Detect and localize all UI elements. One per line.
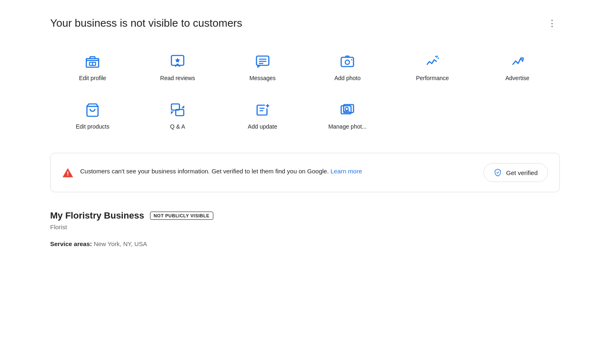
svg-rect-8 <box>341 58 354 67</box>
visibility-badge: NOT PUBLICLY VISIBLE <box>150 212 213 220</box>
page-title: Your business is not visible to customer… <box>50 16 242 30</box>
edit-products-button[interactable]: Edit products <box>50 94 135 138</box>
svg-point-9 <box>345 60 350 65</box>
performance-label: Performance <box>416 75 449 81</box>
learn-more-link[interactable]: Learn more <box>330 168 362 175</box>
manage-photos-button[interactable]: Manage phot... <box>305 94 390 138</box>
performance-button[interactable]: Performance <box>390 45 475 90</box>
add-update-label: Add update <box>248 123 277 130</box>
message-icon <box>254 53 271 70</box>
business-section: My Floristry Business NOT PUBLICLY VISIB… <box>50 207 560 247</box>
manage-photos-icon <box>339 102 356 118</box>
qa-button[interactable]: Q & A <box>135 94 220 138</box>
messages-label: Messages <box>250 75 276 81</box>
action-grid-row1: Edit profile Read reviews <box>50 45 560 90</box>
edit-profile-label: Edit profile <box>79 75 106 81</box>
service-areas-label: Service areas: <box>50 240 92 247</box>
qa-icon <box>169 102 186 118</box>
shopping-bag-icon <box>84 102 101 118</box>
warning-icon <box>62 167 74 179</box>
alert-content: Customers can't see your business inform… <box>62 166 474 179</box>
read-reviews-label: Read reviews <box>160 75 195 81</box>
business-name: My Floristry Business <box>50 210 144 221</box>
alert-box: Customers can't see your business inform… <box>50 153 560 192</box>
add-photo-icon <box>339 53 356 70</box>
add-photo-label: Add photo <box>334 75 360 81</box>
more-options-button[interactable]: ⋮ <box>544 16 560 30</box>
advertise-label: Advertise <box>505 75 529 81</box>
business-type: Florist <box>50 223 560 230</box>
service-areas: Service areas: New York, NY, USA <box>50 240 560 247</box>
performance-icon <box>424 53 441 70</box>
shield-check-icon <box>494 168 502 177</box>
service-areas-value: New York, NY, USA <box>94 240 147 247</box>
manage-photos-label: Manage phot... <box>328 123 367 130</box>
action-grid-row2: Edit products Q & A <box>50 94 560 138</box>
add-update-icon <box>254 102 271 118</box>
page-header: Your business is not visible to customer… <box>50 16 560 30</box>
grid-spacer-2 <box>475 94 560 138</box>
messages-button[interactable]: Messages <box>220 45 305 90</box>
advertise-button[interactable]: Advertise <box>475 45 560 90</box>
add-photo-button[interactable]: Add photo <box>305 45 390 90</box>
edit-profile-button[interactable]: Edit profile <box>50 45 135 90</box>
alert-text: Customers can't see your business inform… <box>80 166 362 176</box>
grid-spacer-1 <box>390 94 475 138</box>
advertise-icon <box>509 53 526 70</box>
edit-products-label: Edit products <box>76 123 109 130</box>
get-verified-label: Get verified <box>506 169 538 176</box>
read-reviews-button[interactable]: Read reviews <box>135 45 220 90</box>
star-chat-icon <box>169 53 186 70</box>
business-name-row: My Floristry Business NOT PUBLICLY VISIB… <box>50 210 560 221</box>
qa-label: Q & A <box>170 123 185 130</box>
add-update-button[interactable]: Add update <box>220 94 305 138</box>
store-icon <box>84 53 101 70</box>
more-icon: ⋮ <box>548 18 557 29</box>
get-verified-button[interactable]: Get verified <box>483 163 548 182</box>
